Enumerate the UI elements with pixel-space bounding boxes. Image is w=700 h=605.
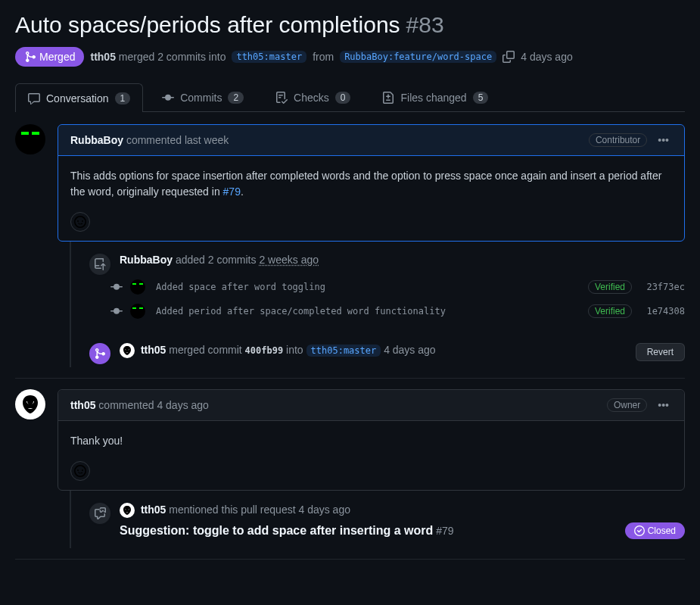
xref-icon [88, 501, 112, 525]
diff-icon [382, 92, 394, 104]
commit-row: Added period after space/completed word … [110, 299, 685, 323]
compare-branch[interactable]: RubbaBoy:feature/word-space [340, 51, 496, 63]
closed-icon [634, 525, 645, 536]
commit-sha[interactable]: 23f73ec [639, 282, 685, 292]
base-branch[interactable]: tth05:master [232, 51, 306, 63]
avatar-tth05-sm[interactable] [120, 343, 135, 358]
comment-rubbaboy: RubbaBoy commented last week Contributor… [15, 124, 685, 367]
merge-icon [88, 341, 112, 366]
comment-body: Thank you! [58, 421, 684, 461]
verified-badge[interactable]: Verified [588, 304, 632, 318]
revert-button[interactable]: Revert [636, 343, 685, 361]
pr-title: Auto spaces/periods after completions [15, 12, 400, 38]
comment-time[interactable]: last week [185, 134, 229, 146]
role-owner: Owner [607, 398, 647, 412]
comment-icon [28, 92, 40, 104]
commit-icon [110, 305, 123, 317]
event-merged: Revert tth05 merged commit 400fb99 into … [89, 334, 685, 367]
add-reaction-button[interactable] [70, 212, 90, 232]
avatar-rubbaboy-sm[interactable] [130, 279, 145, 295]
event-commits-added: RubbaBoy added 2 commits 2 weeks ago [89, 245, 685, 275]
tab-checks[interactable]: Checks 0 [263, 83, 363, 111]
closed-badge: Closed [625, 522, 685, 539]
merge-meta: tth05 merged 2 commits into [90, 51, 226, 63]
role-contributor: Contributor [589, 133, 647, 147]
checklist-icon [275, 92, 288, 104]
merge-icon [24, 51, 36, 63]
comment-body: This adds options for space insertion af… [58, 156, 684, 212]
tab-files[interactable]: Files changed 5 [369, 83, 501, 111]
comment-tth05: tth05 commented 4 days ago Owner ••• Tha… [15, 389, 685, 548]
commit-message[interactable]: Added period after space/completed word … [156, 306, 580, 317]
comment-author[interactable]: tth05 [70, 399, 95, 411]
merge-branch[interactable]: tth05:master [306, 345, 381, 357]
comment-menu[interactable]: ••• [655, 131, 672, 149]
issue-link-79[interactable]: #79 [223, 186, 241, 198]
merger-link[interactable]: tth05 [90, 51, 115, 63]
commit-icon [110, 281, 123, 293]
comment-time[interactable]: 4 days ago [157, 399, 209, 411]
divider [15, 559, 685, 560]
commit-row: Added space after word toggling Verified… [110, 275, 685, 299]
add-reaction-button[interactable] [70, 461, 90, 481]
state-badge-merged: Merged [15, 47, 84, 67]
commit-sha[interactable]: 1e74308 [639, 306, 685, 317]
commit-message[interactable]: Added space after word toggling [156, 282, 580, 292]
comment-author[interactable]: RubbaBoy [70, 134, 123, 146]
verified-badge[interactable]: Verified [588, 280, 632, 294]
commits-time[interactable]: 2 weeks ago [259, 254, 319, 266]
merge-sha[interactable]: 400fb99 [245, 345, 284, 356]
avatar-rubbaboy-sm[interactable] [130, 304, 145, 319]
pr-header: Auto spaces/periods after completions #8… [15, 12, 685, 83]
tab-commits[interactable]: Commits 2 [149, 83, 257, 111]
copy-branch-icon[interactable] [502, 51, 515, 63]
avatar-rubbaboy[interactable] [15, 124, 45, 154]
tabnav: Conversation 1 Commits 2 Checks 0 Files … [15, 83, 685, 112]
comment-menu[interactable]: ••• [655, 396, 672, 414]
event-mentioned: tth05 mentioned this pull request 4 days… [89, 494, 685, 548]
pr-number: #83 [406, 12, 444, 38]
linked-issue-title[interactable]: Suggestion: toggle to add space after in… [120, 524, 433, 537]
push-icon [88, 252, 112, 276]
avatar-tth05[interactable] [15, 389, 45, 419]
avatar-tth05-sm[interactable] [120, 503, 135, 518]
tab-conversation[interactable]: Conversation 1 [15, 83, 143, 112]
divider [15, 378, 685, 379]
commit-icon [162, 92, 174, 104]
merge-timestamp: 4 days ago [521, 51, 573, 63]
